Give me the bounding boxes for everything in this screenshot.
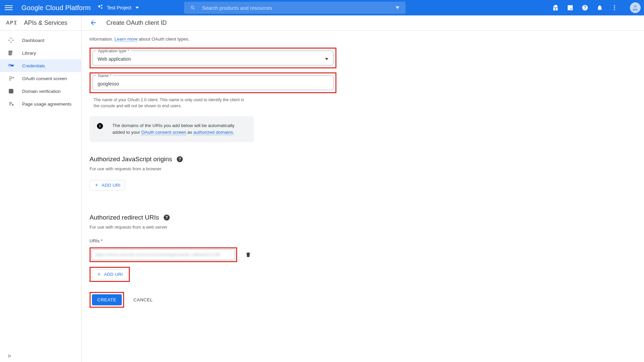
top-header: Google Cloud Platform Test Project <box>0 0 644 15</box>
account-avatar[interactable] <box>630 2 641 13</box>
sidebar-item-label: Library <box>22 51 36 56</box>
uri-value: https://store.security.com/revox/tristin… <box>95 252 220 257</box>
brand-label: Google Cloud Platform <box>21 4 91 12</box>
sidebar-item-library[interactable]: Library <box>0 47 81 59</box>
sidebar-item-dashboard[interactable]: Dashboard <box>0 34 81 47</box>
app-type-select[interactable]: Application type * Web application <box>93 51 333 65</box>
sidebar-item-domain-verification[interactable]: Domain verification <box>0 85 81 98</box>
cancel-button[interactable]: CANCEL <box>130 294 156 305</box>
consent-screen-link[interactable]: OAuth consent screen <box>141 130 186 135</box>
search-icon <box>190 5 196 10</box>
sidebar-header: API APIs & Services <box>0 15 81 31</box>
name-helper: The name of your OAuth 2.0 client. This … <box>94 97 248 109</box>
name-field[interactable]: Name * <box>93 75 333 90</box>
add-redirect-uri-button[interactable]: ADD URI <box>92 269 127 280</box>
js-origins-title: Authorized JavaScript origins <box>90 156 172 163</box>
svg-point-2 <box>614 9 615 10</box>
uris-label: URIs * <box>90 238 336 243</box>
help-icon[interactable]: ? <box>164 215 170 221</box>
add-js-origin-button[interactable]: ADD URI <box>90 180 125 190</box>
sidebar-item-credentials[interactable]: Credentials <box>0 59 81 72</box>
help-icon[interactable]: ? <box>177 156 183 162</box>
project-picker[interactable]: Test Project <box>98 5 139 11</box>
uri-highlight: https://store.security.com/revox/tristin… <box>90 247 237 262</box>
js-origins-desc: For use with requests from a browser <box>90 166 336 171</box>
uri-row: https://store.security.com/revox/tristin… <box>90 247 336 262</box>
info-icon: i <box>97 123 103 129</box>
create-highlight: CREATE <box>90 292 124 308</box>
redirect-desc: For use with requests from a web server <box>90 225 336 230</box>
menu-icon[interactable] <box>5 5 13 10</box>
learn-more-link[interactable]: Learn more <box>114 37 138 42</box>
create-button[interactable]: CREATE <box>92 294 122 305</box>
sidebar-item-label: Credentials <box>22 63 45 68</box>
page-header: Create OAuth client ID <box>82 15 644 31</box>
header-actions <box>552 2 641 13</box>
notifications-icon[interactable] <box>596 4 603 11</box>
key-icon <box>8 63 14 69</box>
sidebar-title: APIs & Services <box>24 19 67 26</box>
avatar-icon <box>631 4 639 12</box>
name-highlight: Name * <box>90 72 336 93</box>
app-type-value: Web application <box>98 56 325 62</box>
back-arrow-icon[interactable] <box>90 19 97 26</box>
library-icon <box>8 50 14 56</box>
agreements-icon <box>8 101 14 107</box>
info-banner: i The domains of the URIs you add below … <box>90 116 254 142</box>
plus-icon <box>94 183 99 187</box>
action-row: CREATE CANCEL <box>90 292 336 308</box>
authorized-domains-link[interactable]: authorized domains <box>194 130 233 135</box>
app-type-highlight: Application type * Web application <box>90 48 336 68</box>
svg-point-0 <box>614 5 615 6</box>
add-redirect-highlight: ADD URI <box>90 267 130 282</box>
intro-text: information. Learn more about OAuth clie… <box>90 37 336 42</box>
sidebar: API APIs & Services Dashboard Library Cr… <box>0 15 82 362</box>
sidebar-nav: Dashboard Library Credentials OAuth cons… <box>0 31 81 362</box>
sidebar-item-oauth-consent[interactable]: OAuth consent screen <box>0 72 81 85</box>
cloud-shell-icon[interactable] <box>567 4 574 11</box>
project-name: Test Project <box>107 5 131 10</box>
svg-point-1 <box>614 7 615 8</box>
dashboard-icon <box>8 37 14 43</box>
search-chevron-icon[interactable] <box>395 6 399 9</box>
delete-uri-icon[interactable] <box>245 251 251 258</box>
api-badge: API <box>6 20 17 26</box>
search-box[interactable] <box>184 2 406 14</box>
app-type-label: Application type * <box>96 49 131 53</box>
sidebar-item-label: Dashboard <box>22 38 44 43</box>
sidebar-item-label: Domain verification <box>22 89 61 94</box>
consent-icon <box>8 75 14 81</box>
redirect-header: Authorized redirect URIs ? <box>90 214 336 221</box>
chevron-down-icon <box>325 58 328 60</box>
chevron-down-icon <box>136 7 139 9</box>
js-origins-header: Authorized JavaScript origins ? <box>90 156 336 163</box>
collapse-sidebar-icon[interactable] <box>7 353 13 359</box>
page-title: Create OAuth client ID <box>106 19 167 26</box>
sidebar-item-page-usage[interactable]: Page usage agreements <box>0 98 81 110</box>
gift-icon[interactable] <box>552 4 559 11</box>
plus-icon <box>97 272 101 277</box>
check-icon <box>8 88 14 94</box>
uri-input[interactable]: https://store.security.com/revox/tristin… <box>92 249 235 260</box>
more-vert-icon[interactable] <box>611 4 618 11</box>
name-input[interactable] <box>98 81 328 86</box>
sidebar-item-label: Page usage agreements <box>22 102 71 107</box>
sidebar-item-label: OAuth consent screen <box>22 76 67 81</box>
svg-point-4 <box>12 105 13 106</box>
name-label: Name * <box>96 73 113 78</box>
help-icon[interactable] <box>582 4 588 11</box>
project-dots-icon <box>98 5 104 11</box>
content: information. Learn more about OAuth clie… <box>82 31 336 308</box>
page: Create OAuth client ID information. Lear… <box>82 15 644 362</box>
redirect-title: Authorized redirect URIs <box>90 214 159 221</box>
search-input[interactable] <box>202 5 388 11</box>
